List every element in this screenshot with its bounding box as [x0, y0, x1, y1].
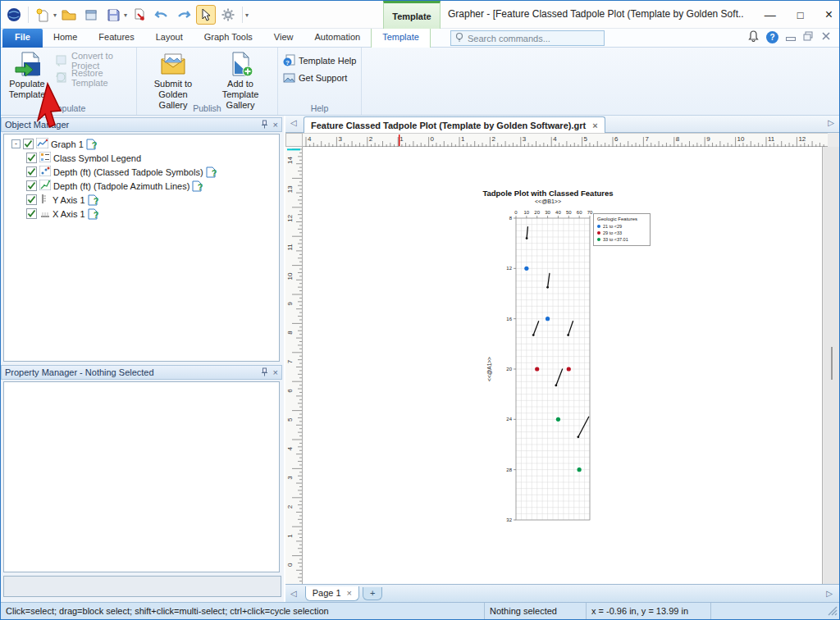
tree-item-depth-ft-classed-tadpole-symbols[interactable]: Depth (ft) (Classed Tadpole Symbols)? — [6, 165, 277, 179]
tab-file[interactable]: File — [2, 29, 43, 48]
submit-gallery-icon — [160, 51, 186, 77]
close-panel-icon[interactable]: × — [273, 120, 278, 130]
new-document-button[interactable] — [33, 5, 52, 25]
svg-text:12: 12 — [506, 266, 512, 271]
page-tabs-right-arrow[interactable]: ▷ — [826, 589, 833, 598]
tab-automation[interactable]: Automation — [304, 29, 372, 48]
tree-expander[interactable]: - — [11, 139, 21, 148]
doc-tabs-left-arrow[interactable]: ◁ — [290, 118, 297, 127]
document-tab[interactable]: Feature Classed Tadpole Plot (Template b… — [304, 116, 605, 133]
visibility-checkbox[interactable] — [26, 153, 37, 163]
tree-item-graph-1[interactable]: -Graph 1? — [6, 137, 277, 151]
template-question-badge-icon[interactable]: ? — [88, 194, 98, 205]
legend-entry: 33 to <37.01 — [597, 236, 646, 243]
object-manager-title: Object Manager — [5, 120, 261, 130]
y-axis-icon — [39, 194, 50, 206]
template-question-badge-icon[interactable]: ? — [192, 180, 203, 191]
tab-template[interactable]: Template — [371, 29, 431, 48]
document-tab-close-icon[interactable]: × — [592, 121, 597, 130]
svg-text:0: 0 — [431, 135, 435, 143]
get-support-button[interactable]: Get Support — [283, 70, 356, 86]
command-search-box[interactable]: Search commands... — [450, 30, 605, 46]
document-tab-title: Feature Classed Tadpole Plot (Template b… — [311, 121, 586, 130]
ribbon-tab-row: File Home Features Layout Graph Tools Vi… — [1, 29, 839, 48]
populate-template-icon — [14, 51, 40, 77]
quick-access-toolbar: ▾ ▾ ▾ — [4, 4, 249, 25]
property-manager-header: Property Manager - Nothing Selected × — [1, 365, 282, 380]
pin-icon[interactable] — [261, 120, 268, 130]
document-restore-icon[interactable] — [803, 31, 814, 43]
svg-text:14: 14 — [286, 156, 294, 163]
populate-template-button[interactable]: Populate Template — [2, 51, 52, 100]
select-tool-button[interactable] — [196, 5, 216, 25]
tree-item-class-symbol-legend[interactable]: Class Symbol Legend — [6, 151, 277, 165]
page-tab-close-icon[interactable]: × — [347, 588, 352, 598]
visibility-checkbox[interactable] — [26, 166, 37, 177]
page-tab[interactable]: Page 1 × — [305, 586, 359, 601]
visibility-checkbox[interactable] — [26, 194, 37, 205]
minimize-button[interactable]: — — [765, 8, 776, 21]
tree-item-x-axis-1[interactable]: X Axis 1? — [6, 207, 277, 221]
close-panel-icon[interactable]: × — [273, 367, 278, 378]
status-coordinates: x = -0.96 in, y = 13.99 in — [587, 603, 711, 619]
visibility-checkbox[interactable] — [26, 208, 37, 219]
legend-label: 21 to <29 — [603, 224, 622, 229]
group-label-publish: Publish — [137, 103, 277, 113]
status-bar: Click=select; drag=block select; shift+c… — [1, 602, 839, 619]
maximize-button[interactable]: □ — [797, 9, 804, 21]
customize-toolbar-arrow[interactable]: ▾ — [245, 11, 249, 19]
tab-view[interactable]: View — [263, 29, 304, 48]
tab-features[interactable]: Features — [88, 29, 144, 48]
svg-text:7: 7 — [286, 359, 294, 363]
template-help-button[interactable]: ? Template Help — [283, 52, 356, 69]
app-logo-icon[interactable] — [4, 5, 24, 25]
tree-item-y-axis-1[interactable]: Y Axis 1? — [6, 193, 277, 207]
convert-to-project-button[interactable]: Convert to Project — [55, 52, 136, 69]
export-button[interactable] — [130, 5, 149, 25]
tab-layout[interactable]: Layout — [145, 29, 194, 48]
plot-x-axis-title: <<@B1>> — [450, 198, 646, 204]
close-button[interactable]: × — [825, 7, 833, 22]
resize-grip[interactable] — [828, 606, 838, 616]
visibility-checkbox[interactable] — [23, 139, 34, 149]
tadpole-chart[interactable]: 0102030405060708121620242832<<@A1>> — [467, 206, 655, 542]
vertical-ruler[interactable]: 14131211109876543210 — [285, 147, 303, 584]
import-button[interactable] — [81, 5, 101, 25]
open-file-button[interactable] — [59, 5, 79, 25]
page-canvas[interactable]: Tadpole Plot with Classed Features <<@B1… — [303, 147, 823, 584]
save-dropdown-arrow[interactable]: ▾ — [124, 11, 127, 19]
svg-text:60: 60 — [577, 210, 582, 215]
svg-text:6: 6 — [286, 389, 294, 393]
get-support-icon — [283, 71, 295, 85]
submit-to-golden-gallery-button[interactable]: Submit to Golden Gallery — [144, 51, 203, 111]
options-gear-icon[interactable] — [218, 5, 238, 25]
document-minimize-icon[interactable] — [786, 37, 796, 41]
visibility-checkbox[interactable] — [26, 180, 37, 191]
add-page-tab[interactable]: + — [363, 587, 382, 600]
doc-tabs-right-arrow[interactable]: ▷ — [828, 118, 834, 127]
search-placeholder: Search commands... — [468, 34, 550, 43]
tree-item-depth-ft-tadpole-azimuth-lines[interactable]: Depth (ft) (Tadpole Azimuth Lines)? — [6, 179, 277, 193]
template-question-badge-icon[interactable]: ? — [206, 166, 217, 177]
tab-graph-tools[interactable]: Graph Tools — [194, 29, 263, 48]
restore-template-button[interactable]: Restore Template — [55, 70, 136, 86]
tab-home[interactable]: Home — [43, 29, 88, 48]
pin-icon[interactable] — [261, 367, 268, 378]
template-question-badge-icon[interactable]: ? — [88, 208, 98, 219]
notifications-bell-icon[interactable] — [748, 30, 759, 43]
save-button[interactable] — [103, 5, 123, 25]
horizontal-ruler[interactable]: 43210123456789101112 — [303, 133, 828, 147]
template-question-badge-icon[interactable]: ? — [86, 139, 97, 149]
svg-text:2: 2 — [286, 504, 294, 508]
document-tab-bar: ◁ Feature Classed Tadpole Plot (Template… — [285, 116, 839, 133]
vertical-scrollbar-thumb[interactable] — [831, 347, 833, 380]
chart-legend[interactable]: Geologic Features 21 to <2929 to <3333 t… — [593, 213, 651, 246]
new-dropdown-arrow[interactable]: ▾ — [53, 11, 57, 19]
document-close-icon[interactable] — [821, 31, 831, 43]
undo-button[interactable] — [152, 5, 171, 25]
svg-text:8: 8 — [286, 331, 294, 335]
redo-button[interactable] — [174, 5, 194, 25]
add-to-template-gallery-button[interactable]: Add to Template Gallery — [209, 51, 272, 111]
help-icon[interactable]: ? — [766, 31, 778, 43]
page-tabs-left-arrow[interactable]: ◁ — [290, 589, 297, 598]
